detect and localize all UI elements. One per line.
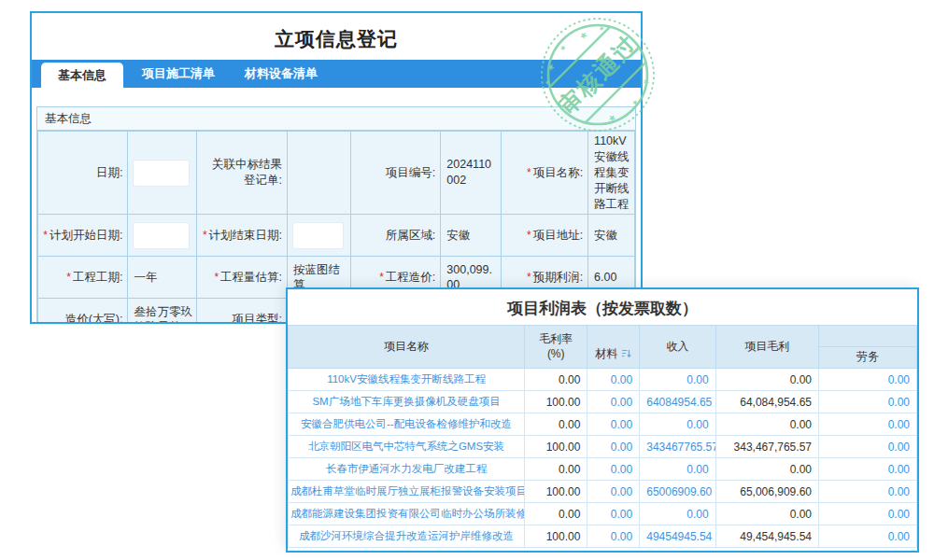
gross-profit-value: 0.00 <box>715 413 818 436</box>
material-value: 0.00 <box>587 503 640 525</box>
project-name-link[interactable]: 成都能源建设集团投资有限公司临时办公场所装修改 <box>289 503 525 525</box>
table-row: 北京朝阳区电气中芯特气系统之GMS安装100.000.00343467765.5… <box>289 436 917 458</box>
required-asterisk: * <box>527 229 531 242</box>
income-value: 0.00 <box>640 413 715 436</box>
field-label: 关联中标结果登记单: <box>196 132 287 215</box>
date-input-redacted[interactable] <box>293 223 343 248</box>
tab-construction-list[interactable]: 项目施工清单 <box>127 60 230 88</box>
project-name-link[interactable]: 成都杜甫草堂临时展厅独立展柜报警设备安装项目 <box>289 481 525 503</box>
labor-value: 0.00 <box>818 436 916 458</box>
table-row: 长春市伊通河水力发电厂改建工程0.000.000.000.000.00 <box>289 458 917 481</box>
required-asterisk: * <box>66 271 71 284</box>
gross-margin-value: 100.00 <box>525 391 587 413</box>
labor-value: 0.00 <box>818 503 916 525</box>
gross-margin-value: 100.00 <box>525 481 587 503</box>
required-asterisk: * <box>214 271 219 284</box>
field-label: 所属区域: <box>350 215 440 257</box>
col-header-material: 材料 <box>587 326 640 369</box>
date-input-redacted[interactable] <box>134 223 189 248</box>
field-label: *项目地址: <box>501 215 587 257</box>
section-header: 基本信息 <box>37 107 635 131</box>
gross-profit-value: 0.00 <box>715 503 818 525</box>
income-value: 343467765.57 <box>640 436 715 458</box>
required-asterisk: * <box>527 166 531 179</box>
field-value <box>288 132 351 215</box>
required-asterisk: * <box>43 229 48 242</box>
field-label: *工程工期: <box>38 257 128 299</box>
field-label: *计划结束日期: <box>196 215 287 257</box>
date-input-redacted[interactable] <box>134 161 189 186</box>
form-row: 日期:关联中标结果登记单:项目编号:2024110002*项目名称:110kV安… <box>38 132 635 215</box>
labor-value: 0.00 <box>818 458 916 481</box>
material-value: 0.00 <box>587 369 640 391</box>
field-label: *工程量估算: <box>196 257 287 299</box>
gross-profit-value: 65,006,909.60 <box>715 481 818 503</box>
col-header-project-gross-profit: 项目毛利 <box>715 326 818 369</box>
col-header-income: 收入 <box>640 326 715 369</box>
col-header-project-name: 项目名称 <box>289 326 525 369</box>
field-label: *计划开始日期: <box>38 215 128 257</box>
table-row: 安徽合肥供电公司--配电设备检修维护和改造0.000.000.000.000.0… <box>289 413 917 436</box>
gross-margin-value: 0.00 <box>525 503 587 525</box>
table-row: 成都能源建设集团投资有限公司临时办公场所装修改0.000.000.000.000… <box>289 503 917 525</box>
required-asterisk: * <box>203 229 207 242</box>
tab-bar: 基本信息 项目施工清单 材料设备清单 <box>32 60 641 88</box>
profit-table: 项目名称 毛利率 (%) 材料 收入 项目毛利 劳务 110kV安徽线程集变开断… <box>288 325 917 548</box>
field-value <box>128 215 196 257</box>
project-name-link[interactable]: 北京朝阳区电气中芯特气系统之GMS安装 <box>289 436 525 458</box>
form-row: *计划开始日期:*计划结束日期:所属区域:安徽*项目地址:安徽 <box>38 215 635 257</box>
field-label: 日期: <box>38 132 128 215</box>
col-header-material-label: 材料 <box>595 347 617 360</box>
material-value: 0.00 <box>587 413 640 436</box>
table-row: 成都杜甫草堂临时展厅独立展柜报警设备安装项目100.000.0065006909… <box>289 481 917 503</box>
income-value: 65006909.60 <box>640 481 715 503</box>
col-header-labor: 劳务 <box>818 347 916 369</box>
field-value <box>128 132 196 215</box>
gross-profit-value: 0.00 <box>715 369 818 391</box>
field-value: 安徽 <box>588 215 635 257</box>
required-asterisk: * <box>379 271 384 284</box>
field-value <box>288 215 351 257</box>
gross-margin-value: 100.00 <box>525 525 587 548</box>
table-row: 110kV安徽线程集变开断线路工程0.000.000.000.000.00 <box>289 369 917 391</box>
material-value: 0.00 <box>587 391 640 413</box>
project-name-link[interactable]: 长春市伊通河水力发电厂改建工程 <box>289 458 525 481</box>
labor-value: 0.00 <box>818 369 916 391</box>
material-value: 0.00 <box>587 436 640 458</box>
project-name-link[interactable]: 110kV安徽线程集变开断线路工程 <box>289 369 525 391</box>
gross-profit-value: 49,454,945.54 <box>715 525 818 548</box>
material-value: 0.00 <box>587 525 640 548</box>
required-asterisk: * <box>527 271 531 284</box>
income-value: 0.00 <box>640 503 715 525</box>
tab-material-equipment-list[interactable]: 材料设备清单 <box>230 60 333 88</box>
field-label: 项目类型: <box>196 299 287 324</box>
page: { "colors": { "panel_border": "#2aa3e3",… <box>0 0 934 560</box>
table-row: SM广场地下车库更换摄像机及硬盘项目100.000.0064084954.656… <box>289 391 917 413</box>
sort-icon[interactable] <box>621 348 631 358</box>
col-header-labor-group <box>818 326 916 347</box>
labor-value: 0.00 <box>818 481 916 503</box>
project-name-link[interactable]: 安徽合肥供电公司--配电设备检修维护和改造 <box>289 413 525 436</box>
income-value: 49454945.54 <box>640 525 715 548</box>
gross-profit-value: 343,467,765.57 <box>715 436 818 458</box>
project-name-link[interactable]: SM广场地下车库更换摄像机及硬盘项目 <box>289 391 525 413</box>
col-header-gross-margin: 毛利率 (%) <box>525 326 587 369</box>
field-value: 叁拾万零玖拾玖元整 <box>128 299 196 324</box>
income-value: 0.00 <box>640 458 715 481</box>
gross-margin-value: 100.00 <box>525 436 587 458</box>
field-value: 2024110002 <box>441 132 502 215</box>
gross-profit-value: 64,084,954.65 <box>715 391 818 413</box>
field-label: 造价(大写): <box>38 299 128 324</box>
project-name-link[interactable]: 成都沙河环境综合提升改造运河护岸维修改造 <box>289 525 525 548</box>
field-value: 110kV安徽线程集变开断线路工程 <box>588 132 635 215</box>
field-value: 安徽 <box>441 215 502 257</box>
table-row: 成都沙河环境综合提升改造运河护岸维修改造100.000.0049454945.5… <box>289 525 917 548</box>
field-label: *项目名称: <box>501 132 587 215</box>
field-value: 一年 <box>128 257 196 299</box>
tab-basic-info[interactable]: 基本信息 <box>41 63 123 88</box>
material-value: 0.00 <box>587 458 640 481</box>
gross-profit-value: 0.00 <box>715 458 818 481</box>
material-value: 0.00 <box>587 481 640 503</box>
labor-value: 0.00 <box>818 525 916 548</box>
gross-margin-value: 0.00 <box>525 369 587 391</box>
